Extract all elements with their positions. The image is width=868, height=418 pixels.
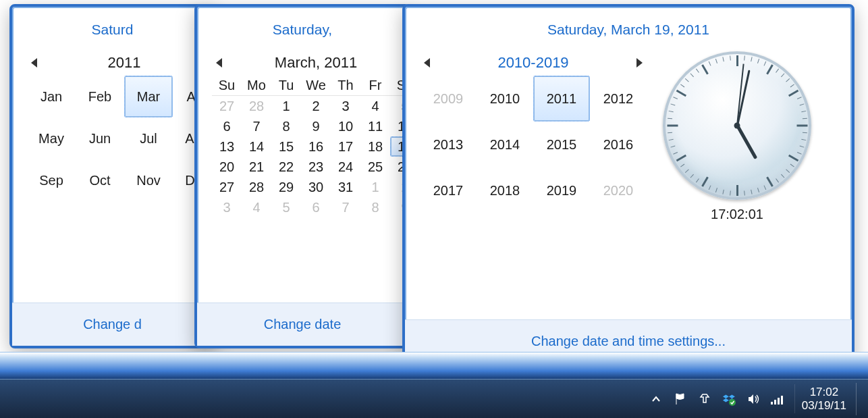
taskbar-clock[interactable]: 17:02 03/19/11 bbox=[794, 384, 853, 413]
weekday-header: Tu bbox=[271, 76, 301, 96]
hour-hand bbox=[736, 125, 757, 159]
year-cell[interactable]: 2012 bbox=[590, 76, 647, 122]
day-cell[interactable]: 7 bbox=[242, 116, 271, 136]
day-cell[interactable]: 31 bbox=[331, 177, 360, 197]
day-cell[interactable]: 24 bbox=[331, 157, 360, 177]
change-settings-link[interactable]: Change d bbox=[83, 317, 142, 332]
prev-arrow-icon[interactable] bbox=[31, 58, 37, 68]
svg-rect-2 bbox=[774, 400, 776, 404]
clock-face bbox=[663, 51, 811, 200]
day-cell[interactable]: 15 bbox=[271, 136, 301, 157]
day-cell[interactable]: 28 bbox=[242, 177, 271, 197]
system-tray bbox=[642, 392, 792, 407]
day-cell[interactable]: 28 bbox=[242, 96, 271, 116]
weekday-header: Th bbox=[331, 76, 360, 96]
calendar-title[interactable]: 2011 bbox=[108, 54, 141, 72]
day-cell[interactable]: 1 bbox=[360, 177, 390, 197]
day-cell[interactable]: 8 bbox=[360, 197, 390, 217]
calendar-nav: March, 2011 bbox=[212, 51, 420, 76]
prev-arrow-icon[interactable] bbox=[216, 58, 222, 68]
day-cell[interactable]: 27 bbox=[212, 177, 242, 197]
year-cell[interactable]: 2017 bbox=[420, 167, 477, 213]
day-cell[interactable]: 6 bbox=[212, 116, 242, 136]
year-cell[interactable]: 2013 bbox=[420, 122, 477, 167]
dropbox-icon[interactable] bbox=[722, 392, 736, 407]
day-cell[interactable]: 7 bbox=[331, 197, 360, 217]
weekday-header: Mo bbox=[242, 76, 271, 96]
day-cell[interactable]: 13 bbox=[212, 136, 242, 157]
year-cell[interactable]: 2014 bbox=[477, 122, 533, 167]
year-cell[interactable]: 2010 bbox=[477, 76, 533, 122]
day-cell[interactable]: 11 bbox=[360, 116, 390, 136]
day-cell[interactable]: 25 bbox=[360, 157, 390, 177]
month-cell[interactable]: Sep bbox=[27, 159, 76, 201]
day-cell[interactable]: 6 bbox=[301, 197, 331, 217]
year-cell[interactable]: 2016 bbox=[590, 122, 647, 167]
power-icon[interactable] bbox=[697, 392, 712, 407]
day-cell[interactable]: 21 bbox=[242, 157, 271, 177]
calendar-nav: 2011 bbox=[27, 51, 221, 76]
year-cell[interactable]: 2009 bbox=[420, 76, 477, 122]
popup-footer: Change date bbox=[197, 303, 408, 346]
day-cell[interactable]: 22 bbox=[271, 157, 301, 177]
svg-point-0 bbox=[729, 399, 736, 406]
day-cell[interactable]: 4 bbox=[360, 96, 390, 116]
calendar-title[interactable]: 2010-2019 bbox=[497, 54, 568, 72]
day-cell[interactable]: 18 bbox=[360, 136, 390, 157]
weekday-header: Su bbox=[212, 76, 242, 96]
day-cell[interactable]: 3 bbox=[331, 96, 360, 116]
taskbar: 17:02 03/19/11 bbox=[0, 379, 868, 418]
day-cell[interactable]: 16 bbox=[301, 136, 331, 157]
day-cell[interactable]: 9 bbox=[301, 116, 331, 136]
day-cell[interactable]: 30 bbox=[301, 177, 331, 197]
year-cell[interactable]: 2019 bbox=[533, 167, 590, 213]
day-cell[interactable]: 27 bbox=[212, 96, 242, 116]
month-cell[interactable]: Jul bbox=[124, 117, 173, 159]
month-cell[interactable]: Nov bbox=[124, 159, 173, 201]
day-cell[interactable]: 29 bbox=[271, 177, 301, 197]
calendar-title[interactable]: March, 2011 bbox=[275, 54, 357, 72]
day-cell[interactable]: 4 bbox=[242, 197, 271, 217]
wifi-signal-icon[interactable] bbox=[770, 392, 785, 407]
day-cell[interactable]: 1 bbox=[271, 96, 301, 116]
next-arrow-icon[interactable] bbox=[636, 58, 643, 68]
month-cell[interactable]: Jun bbox=[76, 117, 124, 159]
day-cell[interactable]: 10 bbox=[331, 116, 360, 136]
change-settings-link[interactable]: Change date and time settings... bbox=[531, 334, 726, 348]
calendar-decade-view: 2010-2019 200920102011201220132014201520… bbox=[420, 51, 647, 307]
day-cell[interactable]: 2 bbox=[301, 96, 331, 116]
digital-time: 17:02:01 bbox=[711, 207, 763, 222]
month-cell[interactable]: Jan bbox=[27, 76, 76, 117]
datetime-popup-month-view: Saturday, March, 2011 SuMoTuWeThFrSa2728… bbox=[194, 4, 410, 348]
volume-icon[interactable] bbox=[746, 392, 761, 407]
day-cell[interactable]: 14 bbox=[242, 136, 271, 157]
day-cell[interactable]: 5 bbox=[271, 197, 301, 217]
year-cell[interactable]: 2011 bbox=[533, 76, 590, 122]
calendar-month-view: March, 2011 SuMoTuWeThFrSa27281234567891… bbox=[212, 51, 420, 290]
weekday-header: We bbox=[301, 76, 331, 96]
tray-expand-icon[interactable] bbox=[649, 392, 663, 407]
calendar-nav: 2010-2019 bbox=[420, 51, 647, 76]
month-cell[interactable]: May bbox=[27, 117, 76, 159]
prev-arrow-icon[interactable] bbox=[424, 58, 430, 68]
year-cell[interactable]: 2020 bbox=[590, 167, 647, 213]
months-grid: JanFebMarAprMayJunJulAugSepOctNovDec bbox=[27, 76, 221, 201]
month-cell[interactable]: Oct bbox=[76, 159, 124, 201]
day-cell[interactable]: 17 bbox=[331, 136, 360, 157]
show-desktop-button[interactable] bbox=[856, 383, 864, 415]
year-cell[interactable]: 2015 bbox=[533, 122, 590, 167]
svg-rect-4 bbox=[781, 396, 783, 404]
analog-clock: 17:02:01 bbox=[663, 51, 811, 307]
popup-footer: Change d bbox=[12, 303, 213, 346]
action-center-flag-icon[interactable] bbox=[673, 392, 688, 407]
day-cell[interactable]: 8 bbox=[271, 116, 301, 136]
day-cell[interactable]: 20 bbox=[212, 157, 242, 177]
clock-hub bbox=[734, 123, 740, 129]
change-settings-link[interactable]: Change date bbox=[264, 317, 342, 332]
day-cell[interactable]: 23 bbox=[301, 157, 331, 177]
month-cell[interactable]: Feb bbox=[76, 76, 124, 117]
year-cell[interactable]: 2018 bbox=[477, 167, 533, 213]
day-cell[interactable]: 3 bbox=[212, 197, 242, 217]
datetime-popup-decade-view: Saturday, March 19, 2011 2010-2019 20092… bbox=[402, 4, 855, 365]
month-cell[interactable]: Mar bbox=[124, 76, 173, 117]
